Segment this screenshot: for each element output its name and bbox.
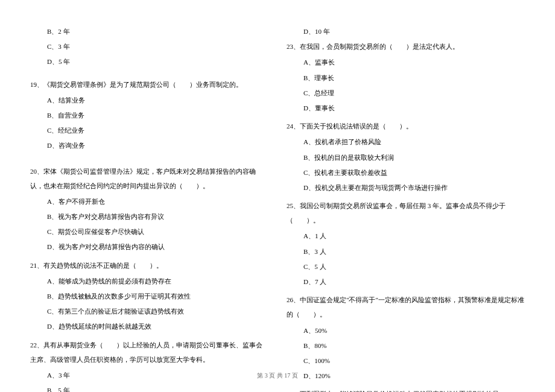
q20-text: 20、宋体《期货公司监督管理办法》规定，客户既未对交易结算报告的内容确认，也未在… bbox=[30, 164, 268, 193]
q21-option-d: D、趋势线延续的时间越长就越无效 bbox=[30, 319, 268, 334]
q26-option-c: C、100% bbox=[287, 353, 525, 368]
question-27: 27、下列图形中，能够消除日常价格运动中偶然因素引起的不规则性的是（ ）。 A、… bbox=[287, 387, 525, 392]
q25-option-d: D、7 人 bbox=[287, 274, 525, 289]
q24-option-d: D、投机交易主要在期货与现货两个市场进行操作 bbox=[287, 180, 525, 195]
q18-option-d: D、5 年 bbox=[30, 54, 268, 69]
q24-option-c: C、投机者主要获取价差收益 bbox=[287, 165, 525, 180]
question-21: 21、有关趋势线的说法不正确的是（ ）。 A、能够成为趋势线的前提必须有趋势存在… bbox=[30, 258, 268, 334]
q23-option-c: C、总经理 bbox=[287, 86, 525, 100]
question-20: 20、宋体《期货公司监督管理办法》规定，客户既未对交易结算报告的内容确认，也未在… bbox=[30, 164, 268, 254]
q21-option-b: B、趋势线被触及的次数多少可用于证明其有效性 bbox=[30, 289, 268, 303]
question-22: 22、具有从事期货业务（ ）以上经验的人员，申请期货公司董事长、监事会主席、高级… bbox=[30, 338, 268, 392]
q24-option-a: A、投机者承担了价格风险 bbox=[287, 134, 525, 149]
q19-option-c: C、经纪业务 bbox=[30, 123, 268, 138]
page-container: B、2 年 C、3 年 D、5 年 19、《期货交易管理条例》是为了规范期货公司… bbox=[0, 0, 555, 392]
q21-text: 21、有关趋势线的说法不正确的是（ ）。 bbox=[30, 258, 268, 273]
q25-text: 25、我国公司制期货交易所设监事会，每届任期 3 年。监事会成员不得少于（ ）。 bbox=[287, 198, 525, 227]
q18-option-c: C、3 年 bbox=[30, 39, 268, 54]
question-24: 24、下面关于投机说法错误的是（ ）。 A、投机者承担了价格风险 B、投机的目的… bbox=[287, 119, 525, 195]
q25-option-a: A、1 人 bbox=[287, 229, 525, 243]
q19-option-d: D、咨询业务 bbox=[30, 138, 268, 153]
q21-option-c: C、有第三个点的验证后才能验证该趋势线有效 bbox=[30, 304, 268, 318]
question-25: 25、我国公司制期货交易所设监事会，每届任期 3 年。监事会成员不得少于（ ）。… bbox=[287, 198, 525, 289]
q23-option-a: A、监事长 bbox=[287, 55, 525, 69]
q20-option-a: A、客户不得开新仓 bbox=[30, 194, 268, 209]
page-footer: 第 3 页 共 17 页 bbox=[0, 371, 555, 380]
q26-option-b: B、80% bbox=[287, 338, 525, 353]
q20-option-b: B、视为客户对交易结算报告内容有异议 bbox=[30, 209, 268, 224]
right-column: D、10 年 23、在我国，会员制期货交易所的（ ）是法定代表人。 A、监事长 … bbox=[287, 24, 525, 392]
q20-option-c: C、期货公司应催促客户尽快确认 bbox=[30, 224, 268, 239]
question-19: 19、《期货交易管理条例》是为了规范期货公司（ ）业务而制定的。 A、结算业务 … bbox=[30, 77, 268, 153]
q24-option-b: B、投机的目的是获取较大利润 bbox=[287, 150, 525, 165]
question-26: 26、中国证监会规定"不得高于"一定标准的风险监管指标，其预警标准是规定标准的（… bbox=[287, 292, 525, 383]
q20-option-d: D、视为客户对交易结算报告内容的确认 bbox=[30, 239, 268, 254]
q18-option-b: B、2 年 bbox=[30, 24, 268, 39]
q23-text: 23、在我国，会员制期货交易所的（ ）是法定代表人。 bbox=[287, 39, 525, 54]
q19-option-b: B、自营业务 bbox=[30, 108, 268, 122]
q25-option-b: B、3 人 bbox=[287, 244, 525, 259]
q22-option-d: D、10 年 bbox=[287, 24, 525, 39]
q23-option-d: D、董事长 bbox=[287, 101, 525, 115]
q21-option-a: A、能够成为趋势线的前提必须有趋势存在 bbox=[30, 274, 268, 288]
q19-option-a: A、结算业务 bbox=[30, 93, 268, 107]
q19-text: 19、《期货交易管理条例》是为了规范期货公司（ ）业务而制定的。 bbox=[30, 77, 268, 92]
q26-text: 26、中国证监会规定"不得高于"一定标准的风险监管指标，其预警标准是规定标准的（… bbox=[287, 292, 525, 321]
q27-text: 27、下列图形中，能够消除日常价格运动中偶然因素引起的不规则性的是（ ）。 bbox=[287, 387, 525, 392]
q22-option-b: B、5 年 bbox=[30, 383, 268, 392]
left-column: B、2 年 C、3 年 D、5 年 19、《期货交易管理条例》是为了规范期货公司… bbox=[30, 24, 268, 392]
q26-option-a: A、50% bbox=[287, 323, 525, 338]
q25-option-c: C、5 人 bbox=[287, 259, 525, 274]
q22-text: 22、具有从事期货业务（ ）以上经验的人员，申请期货公司董事长、监事会主席、高级… bbox=[30, 338, 268, 367]
q23-option-b: B、理事长 bbox=[287, 71, 525, 85]
q24-text: 24、下面关于投机说法错误的是（ ）。 bbox=[287, 119, 525, 133]
question-23: 23、在我国，会员制期货交易所的（ ）是法定代表人。 A、监事长 B、理事长 C… bbox=[287, 39, 525, 115]
